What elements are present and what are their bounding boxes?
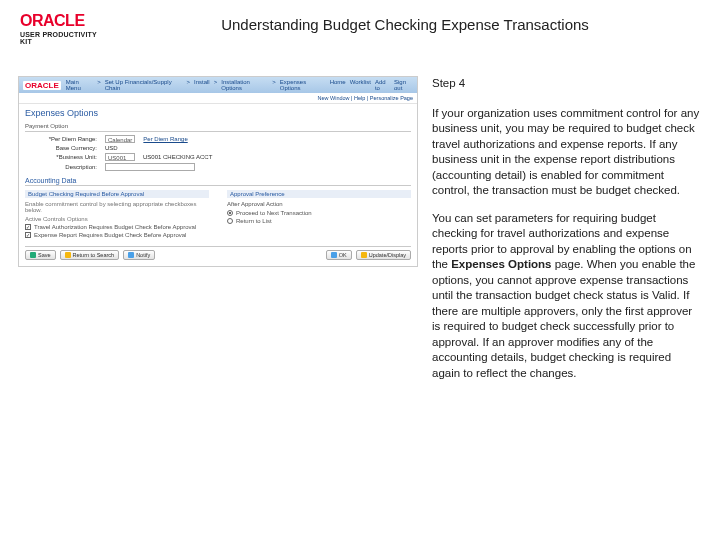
chk-label: Travel Authorization Requires Budget Che… bbox=[34, 224, 196, 230]
radio-icon bbox=[227, 210, 233, 216]
radio-return[interactable]: Return to List bbox=[227, 218, 411, 224]
chk-travel-auth[interactable]: Travel Authorization Requires Budget Che… bbox=[25, 224, 209, 230]
btn-label: OK bbox=[339, 252, 347, 258]
step-label: Step 4 bbox=[432, 76, 702, 92]
text-run: page. When you enable the options, you c… bbox=[432, 258, 695, 379]
base-currency-label: Base Currency: bbox=[25, 145, 97, 151]
app-screenshot: ORACLE Main Menu> Set Up Financials/Supp… bbox=[18, 76, 418, 267]
payment-section-label: Payment Option bbox=[25, 122, 411, 132]
note-text: Enable commitment control by selecting a… bbox=[25, 201, 209, 213]
update-button[interactable]: Update/Display bbox=[356, 250, 411, 260]
btn-label: Update/Display bbox=[369, 252, 406, 258]
checkbox-icon bbox=[25, 232, 31, 238]
return-icon bbox=[65, 252, 71, 258]
after-approval-label: After Approval Action bbox=[227, 201, 411, 207]
per-diem-label: *Per Diem Range: bbox=[25, 136, 97, 142]
text-bold: Expenses Options bbox=[451, 258, 551, 270]
business-unit-input[interactable]: US001 bbox=[105, 153, 135, 161]
ok-icon bbox=[331, 252, 337, 258]
topbar-right: Home Worklist Add to Sign out bbox=[330, 79, 413, 91]
base-currency-value: USD bbox=[105, 145, 118, 151]
radio-icon bbox=[227, 218, 233, 224]
btn-label: Save bbox=[38, 252, 51, 258]
nav-link[interactable]: Install bbox=[194, 79, 210, 91]
nav-link[interactable]: Installation Options bbox=[221, 79, 268, 91]
addto-link[interactable]: Add to bbox=[375, 79, 390, 91]
radio-proceed[interactable]: Proceed to Next Transaction bbox=[227, 210, 411, 216]
btn-label: Notify bbox=[136, 252, 150, 258]
checkbox-icon bbox=[25, 224, 31, 230]
btn-label: Return to Search bbox=[73, 252, 115, 258]
instruction-para-2: You can set parameters for requiring bud… bbox=[432, 211, 702, 382]
description-label: Description: bbox=[25, 164, 97, 170]
per-diem-select[interactable]: Calendar bbox=[105, 135, 135, 143]
per-diem-link[interactable]: Per Diem Range bbox=[143, 136, 187, 142]
page-title: Understanding Budget Checking Expense Tr… bbox=[110, 12, 700, 33]
update-icon bbox=[361, 252, 367, 258]
save-button[interactable]: Save bbox=[25, 250, 56, 260]
instruction-para-1: If your organization uses commitment con… bbox=[432, 106, 702, 199]
form-title: Expenses Options bbox=[25, 108, 411, 118]
description-input[interactable] bbox=[105, 163, 195, 171]
app-logo: ORACLE bbox=[23, 81, 61, 90]
oracle-logo: ORACLE bbox=[20, 12, 110, 30]
nav-link[interactable]: Expenses Options bbox=[280, 79, 325, 91]
budget-subheader: Budget Checking Required Before Approval bbox=[25, 190, 209, 198]
app-topbar: ORACLE Main Menu> Set Up Financials/Supp… bbox=[19, 77, 417, 93]
save-icon bbox=[30, 252, 36, 258]
breadcrumb-nav: Main Menu> Set Up Financials/Supply Chai… bbox=[66, 79, 325, 91]
home-link[interactable]: Home bbox=[330, 79, 346, 91]
instruction-panel: Step 4 If your organization uses commitm… bbox=[432, 76, 702, 393]
accounting-section: Accounting Data bbox=[25, 177, 411, 186]
radio-label: Return to List bbox=[236, 218, 272, 224]
notify-icon bbox=[128, 252, 134, 258]
signout-link[interactable]: Sign out bbox=[394, 79, 413, 91]
notify-button[interactable]: Notify bbox=[123, 250, 155, 260]
note-text-2: Active Controls Options bbox=[25, 216, 209, 222]
business-unit-name: US001 CHECKING ACCT bbox=[143, 154, 212, 160]
ok-button[interactable]: OK bbox=[326, 250, 352, 260]
nav-link[interactable]: Set Up Financials/Supply Chain bbox=[105, 79, 183, 91]
window-helpers[interactable]: New Window | Help | Personalize Page bbox=[19, 93, 417, 104]
radio-label: Proceed to Next Transaction bbox=[236, 210, 312, 216]
brand-block: ORACLE USER PRODUCTIVITY KIT bbox=[20, 12, 110, 45]
business-unit-label: *Business Unit: bbox=[25, 154, 97, 160]
chk-expense-report[interactable]: Expense Report Requires Budget Check Bef… bbox=[25, 232, 209, 238]
approval-subheader: Approval Preference bbox=[227, 190, 411, 198]
upk-subtitle: USER PRODUCTIVITY KIT bbox=[20, 31, 110, 45]
nav-link[interactable]: Main Menu bbox=[66, 79, 93, 91]
return-button[interactable]: Return to Search bbox=[60, 250, 120, 260]
chk-label: Expense Report Requires Budget Check Bef… bbox=[34, 232, 186, 238]
worklist-link[interactable]: Worklist bbox=[350, 79, 371, 91]
screenshot-panel: ORACLE Main Menu> Set Up Financials/Supp… bbox=[18, 76, 418, 393]
